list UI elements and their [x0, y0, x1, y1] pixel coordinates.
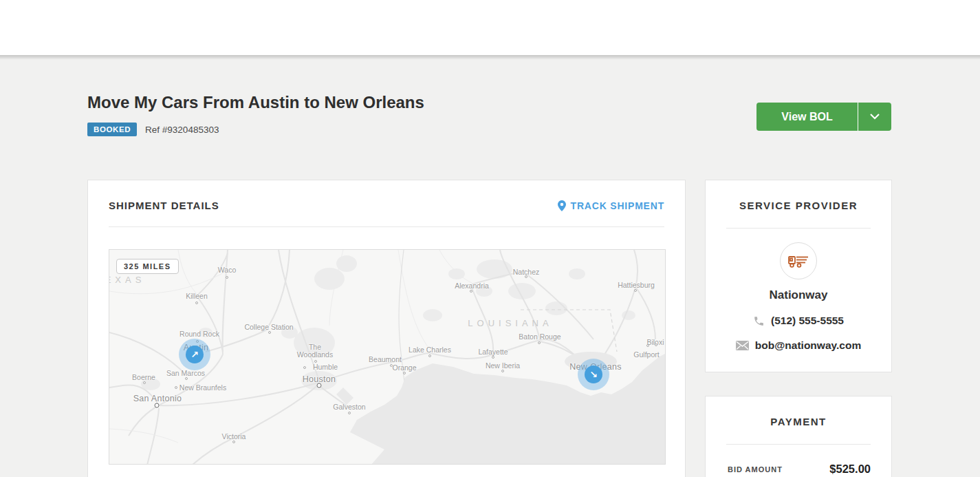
page-title: Move My Cars From Austin to New Orleans [87, 93, 424, 112]
map-city-label: Orange [392, 364, 416, 372]
map-city-label: Lafayette [478, 348, 508, 356]
map-city-dot [403, 372, 406, 374]
map-city-dot [175, 386, 177, 389]
service-provider-card: SERVICE PROVIDER Nationway (512) 555-555… [705, 180, 892, 372]
map-city-dot [492, 356, 494, 359]
map-city-dot [232, 441, 235, 443]
provider-name: Nationway [706, 288, 891, 302]
map-city-label: Alexandria [455, 282, 489, 290]
payment-heading: PAYMENT [706, 416, 891, 427]
reference-number: Ref #9320485303 [145, 125, 219, 135]
header-shadow [0, 55, 980, 60]
map-city-label: Houston [303, 376, 336, 383]
origin-marker-arrow-icon: ↗ [186, 346, 204, 363]
bid-amount-label: BID AMOUNT [728, 465, 783, 474]
status-row: BOOKED Ref #9320485303 [87, 123, 219, 136]
map-city-dot [470, 290, 472, 293]
shipment-map[interactable]: 325 MILES TEXASLOUISIANAWacoKilleenRound… [109, 249, 666, 465]
map-state-label: TEXAS [109, 275, 145, 285]
track-shipment-label: TRACK SHIPMENT [571, 200, 664, 211]
map-city-label: Waco [218, 266, 236, 274]
map-city-dot [185, 377, 188, 380]
map-city-label: Natchez [513, 268, 540, 276]
map-pin-icon [558, 200, 566, 211]
provider-email[interactable]: bob@nationway.com [755, 339, 861, 352]
map-state-label: LOUISIANA [468, 318, 552, 328]
map-city-dot [634, 289, 637, 292]
chevron-down-icon [870, 114, 880, 120]
card-divider [109, 226, 664, 227]
bid-amount-value: $525.00 [829, 463, 871, 476]
map-city-label: College Station [244, 324, 293, 331]
map-city-dot [143, 381, 146, 384]
destination-marker-arrow-icon: ↘ [585, 365, 602, 383]
map-city-dot [538, 341, 541, 344]
map-city-label: Gulfport [633, 351, 659, 359]
view-bol-split-button: View BOL [756, 103, 891, 131]
map-city-dot [226, 276, 228, 279]
map-city-label: Baton Rouge [519, 333, 560, 341]
map-city-dot [268, 331, 271, 334]
map-city-label: New Iberia [486, 362, 520, 370]
map-city-dot [317, 383, 322, 388]
map-city-label: Humble [313, 363, 338, 371]
shipment-details-heading: SHIPMENT DETAILS [109, 200, 219, 211]
top-nav-bar [0, 0, 980, 55]
payment-card: PAYMENT BID AMOUNT $525.00 [705, 396, 892, 477]
map-city-dot [303, 366, 306, 369]
map-city-dot [155, 403, 160, 408]
map-city-dot [195, 301, 198, 304]
shipment-details-card: SHIPMENT DETAILS TRACK SHIPMENT [87, 180, 686, 477]
map-city-label: Beaumont [369, 356, 402, 363]
map-city-label: Killeen [186, 293, 208, 300]
map-city-label: Lake Charles [409, 346, 451, 354]
provider-email-row: bob@nationway.com [706, 339, 891, 352]
map-city-label: Boerne [132, 374, 155, 381]
envelope-icon [736, 341, 749, 350]
track-shipment-link[interactable]: TRACK SHIPMENT [558, 200, 664, 211]
map-city-label: Galveston [333, 403, 365, 411]
map-city-label: Hattiesburg [618, 282, 655, 289]
map-city-label: San Antonio [133, 395, 182, 403]
phone-icon [753, 315, 765, 327]
status-badge: BOOKED [87, 123, 137, 136]
map-city-dot [501, 370, 504, 372]
card-divider [726, 228, 871, 229]
map-city-label: Round Rock [179, 330, 219, 338]
map-city-label: Victoria [222, 433, 246, 441]
distance-chip: 325 MILES [116, 259, 179, 274]
provider-avatar[interactable] [780, 242, 817, 279]
provider-phone[interactable]: (512) 555-5555 [771, 315, 844, 327]
map-city-label: The Woodlands [297, 343, 333, 359]
truck-icon [787, 253, 809, 269]
map-city-dot [646, 344, 649, 347]
view-bol-button[interactable]: View BOL [756, 103, 858, 131]
bid-amount-row: BID AMOUNT $525.00 [728, 463, 871, 476]
service-provider-heading: SERVICE PROVIDER [706, 200, 891, 211]
card-divider [726, 444, 871, 445]
map-city-dot [348, 412, 351, 414]
provider-phone-row: (512) 555-5555 [706, 315, 891, 327]
map-city-dot [655, 343, 657, 346]
map-city-dot [525, 275, 527, 278]
map-city-dot [428, 354, 431, 357]
view-bol-dropdown-button[interactable] [858, 103, 891, 131]
map-city-label: San Marcos [166, 370, 205, 377]
map-city-label: New Braunfels [179, 384, 226, 392]
